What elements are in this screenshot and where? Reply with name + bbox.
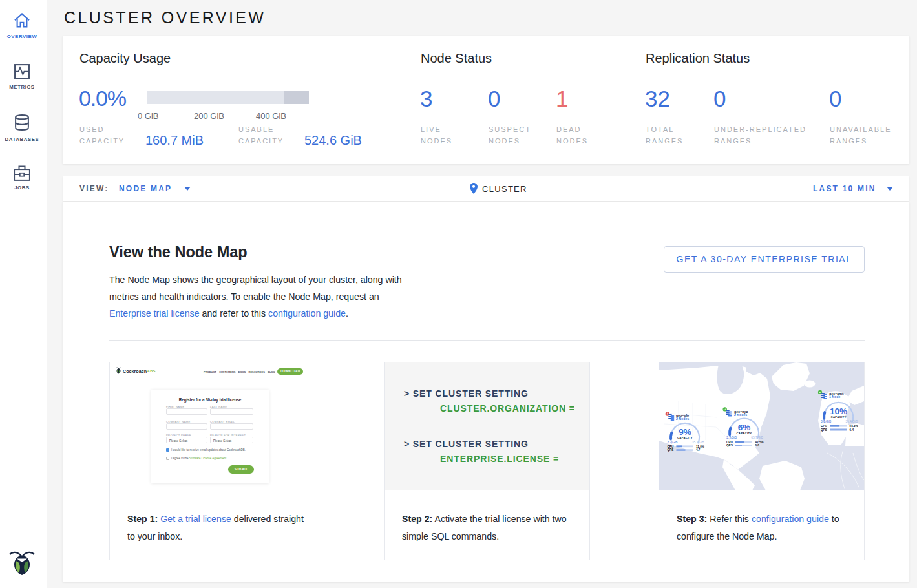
svg-text:QPS: QPS [726, 444, 733, 447]
svg-text:6.4: 6.4 [850, 428, 854, 432]
svg-text:2 Nodes: 2 Nodes [676, 417, 689, 421]
svg-text:9%: 9% [679, 427, 691, 437]
svg-text:0.0: 0.0 [755, 444, 760, 447]
svg-text:CPU: CPU [821, 425, 827, 428]
svg-text:3.7 GiB: 3.7 GiB [726, 436, 737, 439]
svg-text:1 Node: 1 Node [829, 395, 840, 399]
svg-text:4.7: 4.7 [696, 448, 701, 452]
svg-text:3.6 GiB: 3.6 GiB [821, 420, 831, 423]
svg-text:3.2 GiB: 3.2 GiB [668, 441, 678, 444]
svg-text:CAPACITY: CAPACITY [831, 415, 847, 419]
svg-text:CAPACITY: CAPACITY [677, 436, 693, 439]
svg-text:6%: 6% [738, 423, 751, 432]
svg-text:36.4 GiB: 36.4 GiB [845, 420, 858, 423]
svg-text:2 Nodes: 2 Nodes [734, 413, 747, 417]
svg-text:42.5%: 42.5% [755, 441, 764, 444]
svg-text:11.0%: 11.0% [696, 445, 704, 448]
svg-text:CPU: CPU [668, 445, 674, 448]
svg-text:CPU: CPU [726, 441, 733, 444]
svg-text:65.7 GiB: 65.7 GiB [751, 436, 763, 439]
svg-text:QPS: QPS [668, 448, 674, 452]
svg-text:58.3%: 58.3% [850, 425, 858, 428]
svg-text:CAPACITY: CAPACITY [736, 432, 752, 435]
svg-text:35.1 GiB: 35.1 GiB [692, 441, 704, 444]
svg-text:QPS: QPS [821, 428, 827, 432]
svg-text:10%: 10% [830, 406, 847, 416]
